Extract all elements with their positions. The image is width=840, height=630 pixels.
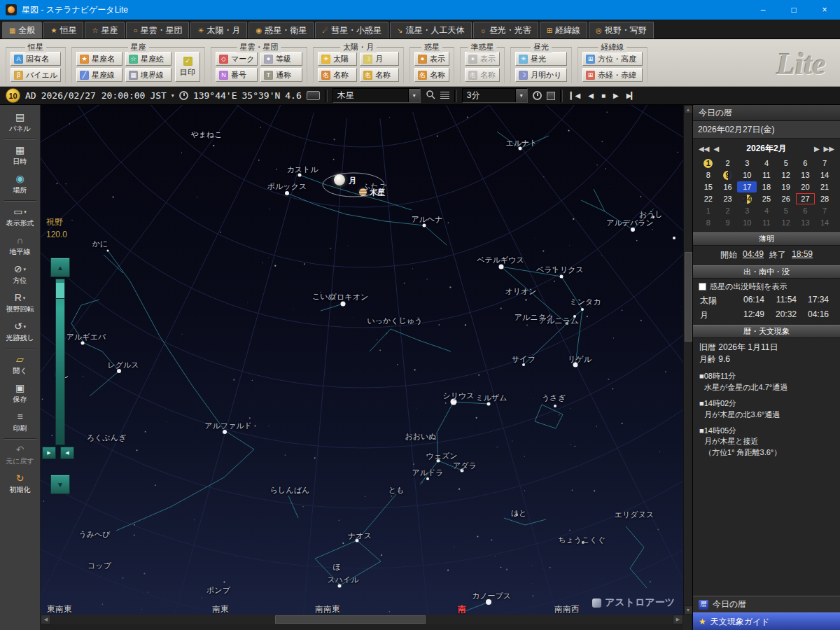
interval-select[interactable]: 3分 ▼	[462, 88, 528, 103]
search-icon[interactable]	[426, 90, 435, 102]
toolbar-button-proper-name[interactable]: A固有名	[10, 52, 61, 66]
calendar-day[interactable]: 11	[757, 217, 776, 228]
phenomena-guide-tab[interactable]: ★ 天文現象ガイド	[693, 612, 840, 630]
toolbar-button-moon[interactable]: ☽月	[360, 52, 399, 66]
tab-constellations[interactable]: ☆星座	[85, 22, 125, 38]
calendar-day[interactable]: 11	[757, 169, 776, 181]
checkbox[interactable]	[699, 283, 706, 290]
calendar-icon[interactable]	[547, 92, 555, 100]
calendar-day[interactable]: 4	[757, 158, 776, 169]
step-days-button[interactable]: 10	[6, 88, 20, 103]
sidebar-item-fov-rotation[interactable]: R▾視野回転	[1, 289, 39, 318]
sidebar-item-location[interactable]: ◉場所	[1, 170, 39, 199]
fov-zoom-out-button[interactable]: ▼	[50, 475, 70, 494]
calendar-day[interactable]: 14	[815, 169, 834, 181]
scroll-up-icon[interactable]: ▲	[684, 105, 693, 114]
target-select-arrow-icon[interactable]: ▼	[408, 89, 420, 102]
tab-comets-asteroids[interactable]: ☄彗星・小惑星	[315, 22, 388, 38]
sidebar-item-panel[interactable]: ▤パネル	[1, 108, 39, 137]
horizontal-scroll-track[interactable]	[51, 615, 673, 624]
calendar-prev-button[interactable]: ◀	[713, 145, 719, 153]
scroll-left-icon[interactable]: ◀	[41, 615, 51, 624]
vertical-scroll-thumb[interactable]	[685, 252, 692, 342]
calendar-day[interactable]: 28	[815, 193, 834, 204]
sidebar-item-reset[interactable]: ↻初期化	[1, 470, 39, 498]
calendar-day[interactable]: 10	[737, 217, 757, 228]
calendar-last-button[interactable]: ▶▶	[824, 145, 834, 153]
calendar-day[interactable]: 22	[699, 193, 718, 204]
calendar-day[interactable]: 2	[718, 205, 738, 216]
play-button[interactable]: ▶	[613, 92, 618, 99]
toolbar-button-planet-show[interactable]: ●表示	[414, 52, 449, 66]
toolbar-button-const-name[interactable]: ★星座名	[76, 52, 122, 66]
sidebar-item-datetime[interactable]: ▦日時	[1, 141, 39, 170]
toolbar-button-mark[interactable]: ◇マーク	[216, 52, 258, 66]
keyboard-icon[interactable]	[307, 91, 320, 100]
calendar-day[interactable]: 23	[718, 193, 738, 204]
vertical-scroll-track[interactable]	[684, 114, 693, 606]
target-select[interactable]: 木星 ▼	[332, 88, 421, 103]
interval-select-arrow-icon[interactable]: ▼	[515, 89, 527, 102]
tab-planets-satellites[interactable]: ◉惑星・衛星	[248, 22, 314, 38]
scroll-down-icon[interactable]: ▼	[684, 606, 693, 615]
toolbar-button-dwarf-show[interactable]: ●表示	[465, 52, 500, 66]
calendar-day[interactable]: 1	[699, 158, 718, 169]
calendar-day[interactable]: 5	[776, 205, 796, 216]
calendar-day[interactable]: 21	[815, 181, 834, 192]
datetime-dropdown-icon[interactable]: ▾	[172, 92, 174, 99]
calendar-day[interactable]: 12	[776, 169, 796, 181]
toolbar-button-ra-dec[interactable]: ⊞赤経・赤緯	[582, 68, 643, 82]
calendar-day[interactable]: 5	[776, 158, 796, 169]
toolbar-button-const-art[interactable]: ☆星座絵	[125, 52, 172, 66]
calendar-first-button[interactable]: ◀◀	[699, 145, 709, 153]
calendar-next-button[interactable]: ▶	[814, 145, 820, 153]
toolbar-button-moonlight-toggle[interactable]: ☽月明かり	[515, 68, 567, 82]
sidebar-item-horizon[interactable]: ∩地平線	[1, 232, 39, 260]
toolbar-button-moon-name[interactable]: 名名称	[360, 68, 399, 82]
scroll-right-icon[interactable]: ▶	[673, 615, 683, 624]
fov-slider-thumb[interactable]	[56, 283, 64, 299]
calendar-day[interactable]: 8	[699, 169, 718, 181]
calendar-day[interactable]: 20	[796, 181, 816, 192]
skip-start-button[interactable]: ▎◀	[570, 92, 580, 99]
calendar-day[interactable]: 3	[737, 158, 757, 169]
tab-fov-photo[interactable]: ◎視野・写野	[589, 22, 654, 38]
tab-coordinate-lines[interactable]: ⊞経緯線	[540, 22, 587, 38]
toolbar-button-sun[interactable]: ☀太陽	[318, 52, 357, 66]
calendar-day[interactable]: 25	[757, 193, 776, 204]
watch-icon[interactable]	[179, 91, 188, 100]
tab-fixed-stars[interactable]: ★恒星	[43, 22, 83, 38]
tab-sun-moon[interactable]: ☀太陽・月	[190, 22, 247, 38]
stopwatch-icon[interactable]	[533, 91, 542, 100]
toolbar-button-common-name[interactable]: T通称	[260, 68, 302, 82]
calendar-day[interactable]: 19	[776, 181, 796, 192]
calendar-day[interactable]: 13	[796, 217, 816, 228]
toolbar-button-number[interactable]: N番号	[216, 68, 258, 82]
calendar-day[interactable]: 24	[737, 193, 757, 204]
chart-horizontal-scrollbar[interactable]: ◀ ▶	[41, 615, 683, 624]
show-planet-times-option[interactable]: 惑星の出没時刻を表示	[693, 279, 840, 293]
toolbar-button-magnitude[interactable]: ●等級	[260, 52, 302, 66]
list-icon[interactable]	[440, 92, 449, 99]
twilight-end-time[interactable]: 18:59	[792, 249, 813, 261]
calendar-day[interactable]: 2	[718, 158, 738, 169]
sidebar-item-open[interactable]: ▱開く	[1, 351, 39, 379]
twilight-start-time[interactable]: 04:49	[743, 249, 764, 261]
stop-button[interactable]: ■	[601, 92, 605, 99]
toolbar-button-boundary[interactable]: ▦境界線	[125, 68, 172, 82]
calendar-day[interactable]: 14	[815, 217, 834, 228]
toolbar-button-sun-name[interactable]: 名名称	[318, 68, 357, 82]
jupiter-body[interactable]	[359, 188, 367, 196]
toolbar-button-bayer[interactable]: βバイエル	[10, 68, 61, 82]
toolbar-button-dwarf-name[interactable]: 名名称	[465, 68, 500, 82]
sidebar-item-display-format[interactable]: ▭▾表示形式	[1, 203, 39, 232]
horizontal-scroll-thumb[interactable]	[275, 615, 426, 624]
sky-chart[interactable]: やまねこカストルエルナトポルックスふたごアルヘナおうしアルデバランかにベテルギウ…	[41, 105, 683, 615]
calendar-day[interactable]: 16	[718, 181, 738, 192]
sidebar-item-save[interactable]: ▣保存	[1, 379, 39, 408]
timezone-value[interactable]: JST	[150, 90, 166, 101]
calendar-day[interactable]: 3	[737, 205, 757, 216]
minimize-button[interactable]: –	[748, 0, 778, 20]
calendar-day[interactable]: 18	[757, 181, 776, 192]
calendar-day[interactable]: 7	[815, 158, 834, 169]
